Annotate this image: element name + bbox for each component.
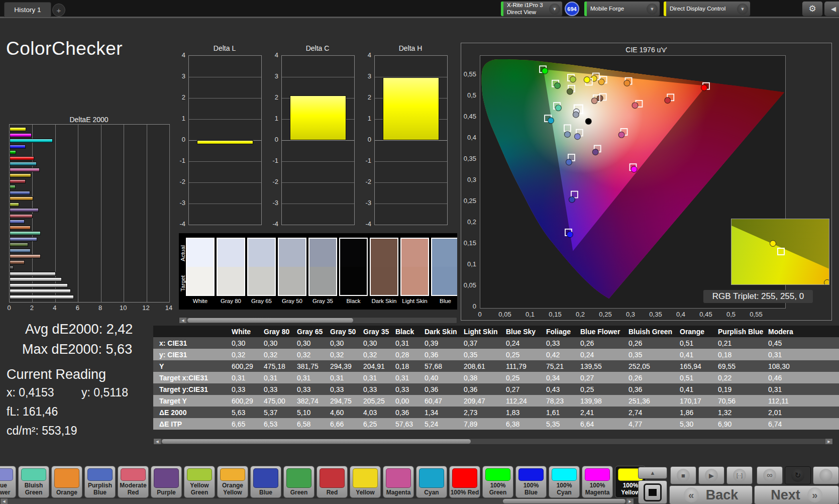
column-header: Gray 80 (262, 326, 295, 337)
scroll-right-icon[interactable]: ▶ (626, 498, 634, 504)
table-cell: 75,21 (544, 360, 578, 372)
strip-row-label-actual: Actual (180, 238, 186, 268)
patch-button-100-cyan[interactable]: 100% Cyan (549, 466, 580, 498)
scroll-left-icon[interactable]: ◀ (1, 498, 8, 504)
row-label: ΔE ITP (153, 418, 230, 430)
deltae-bar (10, 272, 56, 276)
loop-button-active[interactable]: ↻ (785, 466, 811, 484)
patch-button-purple[interactable]: Purple (151, 466, 182, 498)
patch-button-yellow-green[interactable]: Yellow Green (184, 466, 215, 498)
patch-button-yellow[interactable]: Yellow (350, 466, 381, 498)
swatch-actual (401, 239, 428, 267)
deltae-gridline (124, 125, 124, 302)
table-cell: 5,35 (544, 418, 578, 430)
scroll-left-icon[interactable]: ◀ (154, 439, 161, 444)
swatch (400, 238, 429, 296)
swatch-column: White (186, 233, 215, 310)
reading-y: y: 0,5118 (81, 386, 128, 399)
pattern-window-button[interactable] (638, 480, 667, 504)
swatch-target (432, 267, 457, 295)
workflow-label: Mobile Forge (587, 6, 647, 12)
delta-gridline (282, 77, 354, 77)
deltae-tick-label: 8 (93, 304, 108, 312)
measured-marker (624, 80, 630, 86)
collapse-panel-button[interactable]: ◀ (824, 1, 839, 17)
patch-button-moderate-red[interactable]: Moderate Red (118, 466, 149, 498)
patch-button-cyan[interactable]: Cyan (416, 466, 447, 498)
patch-button-label: 100% Cyan (549, 482, 579, 497)
table-cell: 112,24 (504, 395, 544, 407)
display-control-dropdown[interactable]: Direct Display Control ▼ (663, 1, 751, 17)
patch-button-100-red[interactable]: 100% Red (449, 466, 480, 498)
continuous-button[interactable]: ∞ (757, 466, 783, 484)
measured-marker (631, 166, 637, 172)
patch-button-label: Magenta (383, 489, 413, 497)
patch-button-bluish-green[interactable]: Bluish Green (18, 466, 49, 498)
patch-button-label: 100% Red (450, 489, 480, 497)
patch-button-label: Moderate Red (118, 482, 148, 497)
cie-x-tick-label: 0,15 (544, 311, 566, 318)
workflow-dropdown[interactable]: Mobile Forge ▼ (584, 1, 660, 17)
page-title: ColorChecker (6, 38, 123, 59)
swatch-actual (432, 239, 457, 267)
table-row: ΔE ITP6,656,536,586,666,2557,635,247,896… (153, 418, 839, 430)
patch-button-green[interactable]: Green (283, 466, 314, 498)
patch-button-orange[interactable]: Orange (51, 466, 82, 498)
patch-button-purplish-blue[interactable]: Purplish Blue (84, 466, 116, 498)
swatch-target (309, 267, 336, 295)
patch-row-scrollbar[interactable]: ◀ ▶ (0, 498, 634, 504)
strip-scrollbar[interactable]: ◀ (179, 317, 457, 324)
stop-button[interactable]: ■ (670, 466, 696, 484)
deltae-tick-label: 4 (47, 304, 62, 312)
table-cell: 5,37 (262, 407, 295, 418)
deltae-bar (10, 156, 34, 160)
add-tab-button[interactable]: + (52, 4, 65, 17)
expand-up-button[interactable]: ▲ (638, 467, 667, 479)
patch-button-orange-yellow[interactable]: Orange Yellow (217, 466, 248, 498)
patch-scrollbar-thumb[interactable] (503, 499, 625, 503)
table-cell: 0,18 (716, 349, 766, 360)
step-button[interactable]: [··] (726, 466, 753, 484)
table-cell: 0,33 (295, 383, 328, 395)
table-cell: 0,30 (361, 337, 393, 349)
scroll-right-icon[interactable]: ▶ (825, 439, 832, 444)
back-label: Back (706, 487, 739, 503)
back-button[interactable]: « Back (669, 485, 753, 504)
table-cell: 170,17 (678, 395, 716, 407)
column-header: White (230, 326, 262, 337)
delta-tick-label: -4 (358, 220, 371, 228)
strip-scrollbar-thumb[interactable] (187, 318, 353, 323)
table-cell: 0,36 (626, 383, 678, 395)
patch-color-chip (121, 468, 146, 481)
patch-button-magenta[interactable]: Magenta (383, 466, 414, 498)
cie-y-tick-label: 0,45 (455, 113, 476, 120)
scroll-left-icon[interactable]: ◀ (179, 318, 186, 323)
column-header: Light Skin (462, 326, 504, 337)
delta-tick-label: -3 (265, 199, 278, 207)
column-header: Bluish Green (626, 326, 678, 337)
tab-history-1[interactable]: History 1 (4, 2, 51, 17)
table-cell: 0,25 (504, 372, 544, 383)
patch-button-blue[interactable]: Blue (250, 466, 281, 498)
table-scrollbar[interactable]: ◀ ▶ (153, 438, 833, 445)
swatch-actual (187, 239, 214, 267)
table-cell: 475,00 (262, 395, 295, 407)
patch-button-100-blue[interactable]: 100% Blue (515, 466, 547, 498)
refresh-icon: ↻ (791, 469, 804, 482)
next-button[interactable]: Next » (754, 485, 839, 504)
table-cell: 1,61 (544, 407, 578, 418)
meter-dropdown[interactable]: X-Rite i1Pro 3 Direct View ▼ (500, 1, 563, 17)
extra-transport-button[interactable] (813, 466, 839, 484)
table-row: x: CIE310,300,300,300,300,300,310,390,37… (153, 337, 839, 349)
chevron-left-icon: « (684, 487, 699, 502)
patch-button-100-magenta[interactable]: 100% Magenta (582, 466, 613, 498)
patch-button-blue-flower[interactable]: Blue Flower (0, 466, 16, 498)
patch-button-red[interactable]: Red (317, 466, 348, 498)
patch-button-label: Yellow (350, 489, 380, 497)
swatch-name: Dark Skin (370, 296, 398, 306)
deltae-tick-label: 12 (139, 304, 154, 312)
play-button[interactable]: ▶ (698, 466, 724, 484)
table-scrollbar-thumb[interactable] (162, 439, 471, 444)
gear-icon[interactable]: ⚙ (802, 1, 823, 17)
patch-button-100-green[interactable]: 100% Green (482, 466, 513, 498)
